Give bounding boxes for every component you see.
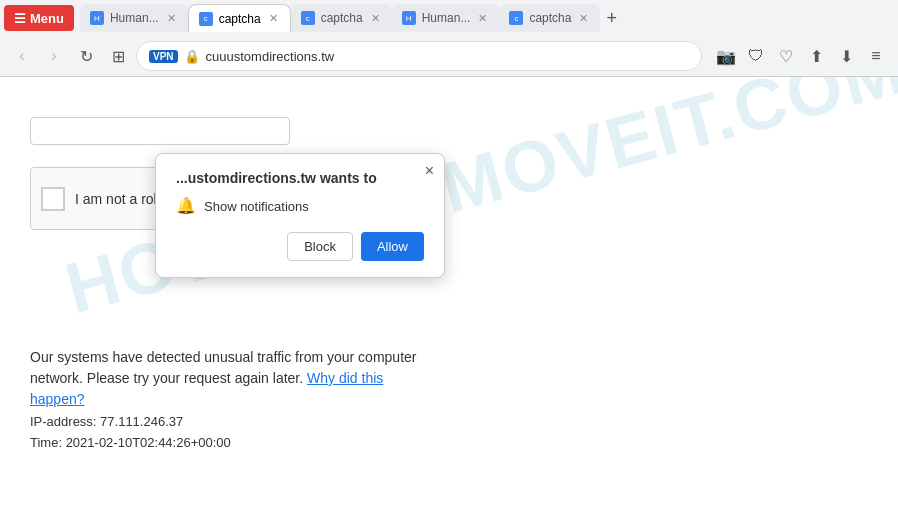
tab-favicon-5: c [509, 11, 523, 25]
address-bar[interactable]: VPN 🔒 cuuustomdirections.tw [136, 41, 702, 71]
hamburger-menu-icon[interactable]: ≡ [862, 42, 890, 70]
notification-popup: × ...ustomdirections.tw wants to 🔔 Show … [155, 153, 445, 278]
new-tab-button[interactable]: + [600, 4, 623, 32]
favorite-icon[interactable]: ♡ [772, 42, 800, 70]
menu-button[interactable]: ☰ Menu [4, 5, 74, 31]
tab-bar: ☰ Menu H Human... ✕ c captcha ✕ c captch… [0, 0, 898, 36]
popup-close-button[interactable]: × [425, 162, 434, 180]
tab-close-4[interactable]: ✕ [476, 10, 489, 27]
page-search-input[interactable] [30, 117, 290, 145]
tab-favicon-3: c [301, 11, 315, 25]
apps-button[interactable]: ⊞ [104, 42, 132, 70]
captcha-checkbox[interactable] [41, 187, 65, 211]
allow-button[interactable]: Allow [361, 232, 424, 261]
popup-row: 🔔 Show notifications [176, 196, 424, 216]
tab-2[interactable]: c captcha ✕ [188, 4, 291, 32]
ip-info: IP-address: 77.111.246.37 Time: 2021-02-… [30, 412, 231, 454]
tab-close-3[interactable]: ✕ [369, 10, 382, 27]
shield-icon[interactable]: 🛡 [742, 42, 770, 70]
popup-description: Show notifications [204, 199, 309, 214]
notification-bell-icon: 🔔 [176, 196, 196, 216]
download-icon[interactable]: ⬇ [832, 42, 860, 70]
ip-address-text: IP-address: 77.111.246.37 [30, 412, 231, 433]
time-text: Time: 2021-02-10T02:44:26+00:00 [30, 433, 231, 454]
tab-3[interactable]: c captcha ✕ [291, 4, 392, 32]
back-button[interactable]: ‹ [8, 42, 36, 70]
block-button[interactable]: Block [287, 232, 353, 261]
address-text: cuuustomdirections.tw [206, 49, 689, 64]
tab-1[interactable]: H Human... ✕ [80, 4, 188, 32]
menu-icon: ☰ [14, 11, 26, 26]
vpn-badge: VPN [149, 50, 178, 63]
browser-chrome: ☰ Menu H Human... ✕ c captcha ✕ c captch… [0, 0, 898, 77]
reload-button[interactable]: ↻ [72, 42, 100, 70]
upload-icon[interactable]: ⬆ [802, 42, 830, 70]
camera-icon[interactable]: 📷 [712, 42, 740, 70]
tab-4[interactable]: H Human... ✕ [392, 4, 500, 32]
tab-favicon-4: H [402, 11, 416, 25]
popup-buttons: Block Allow [176, 232, 424, 261]
lock-icon: 🔒 [184, 49, 200, 64]
tab-close-2[interactable]: ✕ [267, 10, 280, 27]
page-content: HOWTOREMOVEIT.COM I am not a robot R-CAP… [0, 77, 898, 513]
tab-5[interactable]: c captcha ✕ [499, 4, 600, 32]
tab-close-5[interactable]: ✕ [577, 10, 590, 27]
tab-favicon-2: c [199, 12, 213, 26]
tab-close-1[interactable]: ✕ [165, 10, 178, 27]
forward-button[interactable]: › [40, 42, 68, 70]
traffic-message: Our systems have detected unusual traffi… [30, 347, 430, 410]
address-bar-row: ‹ › ↻ ⊞ VPN 🔒 cuuustomdirections.tw 📷 🛡 … [0, 36, 898, 76]
toolbar-icons: 📷 🛡 ♡ ⬆ ⬇ ≡ [712, 42, 890, 70]
popup-title: ...ustomdirections.tw wants to [176, 170, 424, 186]
tab-favicon-1: H [90, 11, 104, 25]
